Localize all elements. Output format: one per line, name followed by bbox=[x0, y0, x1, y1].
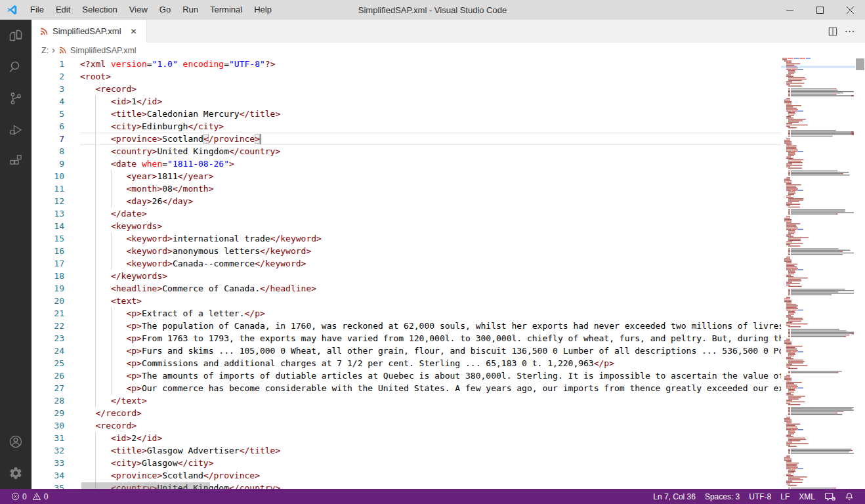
code-line-content[interactable]: <p>Extract of a letter.</p> bbox=[80, 307, 781, 320]
menu-edit[interactable]: Edit bbox=[50, 0, 76, 20]
code-line[interactable]: 12 <day>26</day> bbox=[32, 195, 781, 207]
code-line[interactable]: 22 <p>The population of Canada, in 1760,… bbox=[32, 320, 781, 332]
explorer-icon[interactable] bbox=[0, 20, 32, 51]
code-line[interactable]: 20 <text> bbox=[32, 295, 781, 307]
line-number[interactable]: 16 bbox=[32, 245, 64, 257]
tab-close-icon[interactable]: ✕ bbox=[128, 26, 140, 37]
line-number[interactable]: 32 bbox=[32, 444, 64, 457]
more-actions-icon[interactable]: ⋯ bbox=[841, 23, 858, 40]
code-line-content[interactable]: </keywords> bbox=[80, 270, 781, 282]
indentation-setting[interactable]: Spaces: 3 bbox=[700, 489, 744, 504]
code-line[interactable]: 6 <city>Edinburgh</city> bbox=[32, 120, 781, 133]
code-line[interactable]: 17 <keyword>Canada--commerce</keyword> bbox=[32, 257, 781, 270]
code-line-content[interactable]: <city>Glasgow</city> bbox=[80, 457, 781, 469]
cursor-position[interactable]: Ln 7, Col 36 bbox=[648, 489, 700, 504]
line-number[interactable]: 25 bbox=[32, 357, 64, 369]
code-line-content[interactable]: <keyword>international trade</keyword> bbox=[80, 232, 781, 245]
code-line-content[interactable]: </text> bbox=[80, 394, 781, 407]
code-line[interactable]: 33 <city>Glasgow</city> bbox=[32, 457, 781, 469]
code-line-content[interactable]: <province>Scotland</province> bbox=[80, 133, 781, 145]
eol-setting[interactable]: LF bbox=[776, 489, 794, 504]
code-area[interactable]: 1<?xml version="1.0" encoding="UTF-8"?>2… bbox=[32, 58, 781, 489]
menu-terminal[interactable]: Terminal bbox=[204, 0, 248, 20]
code-line-content[interactable]: <p>The amounts of imports of dutiable ar… bbox=[80, 369, 781, 382]
breadcrumb-drive[interactable]: Z: bbox=[41, 46, 49, 55]
line-number[interactable]: 29 bbox=[32, 407, 64, 419]
line-number[interactable]: 13 bbox=[32, 207, 64, 220]
accounts-icon[interactable] bbox=[0, 426, 32, 457]
tab-simplifiedsap-xml[interactable]: SimplifiedSAP.xml ✕ bbox=[32, 20, 147, 43]
code-line[interactable]: 2<root> bbox=[32, 70, 781, 83]
code-line-content[interactable]: <record> bbox=[80, 83, 781, 95]
code-line-content[interactable]: <p>The population of Canada, in 1760, wa… bbox=[80, 320, 781, 332]
menu-go[interactable]: Go bbox=[154, 0, 177, 20]
code-line-content[interactable]: <keyword>Canada--commerce</keyword> bbox=[80, 257, 781, 270]
line-number[interactable]: 19 bbox=[32, 282, 64, 295]
code-line[interactable]: 13 </date> bbox=[32, 207, 781, 220]
minimap[interactable] bbox=[781, 58, 855, 489]
code-line[interactable]: 19 <headline>Commerce of Canada.</headli… bbox=[32, 282, 781, 295]
settings-gear-icon[interactable] bbox=[0, 457, 32, 489]
line-number[interactable]: 9 bbox=[32, 158, 64, 170]
search-icon[interactable] bbox=[0, 51, 32, 83]
line-number[interactable]: 14 bbox=[32, 220, 64, 232]
code-line-content[interactable]: <id>2</id> bbox=[80, 432, 781, 444]
code-line[interactable]: 23 <p>From 1763 to 1793, the exports may… bbox=[32, 332, 781, 345]
code-line[interactable]: 16 <keyword>anonymous letters</keyword> bbox=[32, 245, 781, 257]
code-line-content[interactable]: <p>Furs and skims ... 105,000 0 Wheat, a… bbox=[80, 345, 781, 357]
code-line-content[interactable]: <month>08</month> bbox=[80, 182, 781, 195]
code-line[interactable]: 29 </record> bbox=[32, 407, 781, 419]
line-number[interactable]: 31 bbox=[32, 432, 64, 444]
encoding-setting[interactable]: UTF-8 bbox=[744, 489, 776, 504]
code-line-content[interactable]: <date when="1811-08-26"> bbox=[80, 158, 781, 170]
code-line-content[interactable]: <p>From 1763 to 1793, the exports may ha… bbox=[80, 332, 781, 345]
line-number[interactable]: 27 bbox=[32, 382, 64, 394]
line-number[interactable]: 12 bbox=[32, 195, 64, 207]
code-line-content[interactable]: <province>Scotland</province> bbox=[80, 469, 781, 482]
code-line[interactable]: 1<?xml version="1.0" encoding="UTF-8"?> bbox=[32, 58, 781, 70]
code-line[interactable]: 11 <month>08</month> bbox=[32, 182, 781, 195]
code-line-content[interactable]: </record> bbox=[80, 407, 781, 419]
code-line[interactable]: 27 <p>Our commerce has become considerab… bbox=[32, 382, 781, 394]
code-line-content[interactable]: <root> bbox=[80, 70, 781, 83]
code-line[interactable]: 32 <title>Glasgow Advertiser</title> bbox=[32, 444, 781, 457]
code-line[interactable]: 25 <p>Commissions and additional charges… bbox=[32, 357, 781, 369]
source-control-icon[interactable] bbox=[0, 83, 32, 114]
code-line[interactable]: 8 <country>United Kingdom</country> bbox=[32, 145, 781, 158]
code-editor[interactable]: 1<?xml version="1.0" encoding="UTF-8"?>2… bbox=[32, 58, 865, 489]
line-number[interactable]: 3 bbox=[32, 83, 64, 95]
code-line[interactable]: 34 <province>Scotland</province> bbox=[32, 469, 781, 482]
code-line-content[interactable]: <text> bbox=[80, 295, 781, 307]
line-number[interactable]: 26 bbox=[32, 369, 64, 382]
breadcrumb-file[interactable]: SimplifiedSAP.xml bbox=[70, 46, 137, 55]
code-line[interactable]: 14 <keywords> bbox=[32, 220, 781, 232]
line-number[interactable]: 20 bbox=[32, 295, 64, 307]
code-line-content[interactable]: <country>United Kingdom</country> bbox=[80, 145, 781, 158]
line-number[interactable]: 6 bbox=[32, 120, 64, 133]
line-number[interactable]: 11 bbox=[32, 182, 64, 195]
line-number[interactable]: 18 bbox=[32, 270, 64, 282]
code-line[interactable]: 26 <p>The amounts of imports of dutiable… bbox=[32, 369, 781, 382]
close-button[interactable] bbox=[835, 0, 865, 20]
line-number[interactable]: 8 bbox=[32, 145, 64, 158]
line-number[interactable]: 24 bbox=[32, 345, 64, 357]
code-line[interactable]: 30 <record> bbox=[32, 419, 781, 432]
line-number[interactable]: 33 bbox=[32, 457, 64, 469]
menu-file[interactable]: File bbox=[24, 0, 50, 20]
code-line-content[interactable]: <day>26</day> bbox=[80, 195, 781, 207]
code-line[interactable]: 3 <record> bbox=[32, 83, 781, 95]
code-line-content[interactable]: <record> bbox=[80, 419, 781, 432]
menu-selection[interactable]: Selection bbox=[76, 0, 123, 20]
menu-run[interactable]: Run bbox=[177, 0, 204, 20]
feedback-icon[interactable] bbox=[820, 489, 840, 504]
line-number[interactable]: 17 bbox=[32, 257, 64, 270]
run-debug-icon[interactable] bbox=[0, 114, 32, 146]
notifications-bell-icon[interactable] bbox=[840, 489, 858, 504]
problems-indicator[interactable]: 0 0 bbox=[7, 489, 53, 504]
code-line-content[interactable]: <headline>Commerce of Canada.</headline> bbox=[80, 282, 781, 295]
minimize-button[interactable] bbox=[774, 0, 805, 20]
line-number[interactable]: 28 bbox=[32, 394, 64, 407]
line-number[interactable]: 35 bbox=[32, 482, 64, 489]
code-line-content[interactable]: <?xml version="1.0" encoding="UTF-8"?> bbox=[80, 58, 781, 70]
code-line-content[interactable]: <keywords> bbox=[80, 220, 781, 232]
